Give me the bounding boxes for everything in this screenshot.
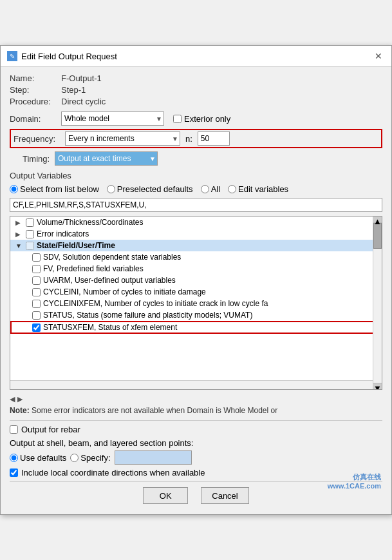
- fv-checkbox[interactable]: [32, 265, 41, 273]
- use-defaults-radio-input[interactable]: [10, 454, 18, 462]
- radio-edit-vars-label: Edit variables: [238, 184, 288, 194]
- radio-select-list[interactable]: Select from list below: [10, 184, 99, 194]
- sdv-checkbox[interactable]: [32, 253, 41, 262]
- domain-select-wrapper: Whole model ▼: [61, 111, 164, 126]
- frequency-select[interactable]: Every n increments Every increment Last …: [65, 131, 180, 146]
- scroll-up-btn[interactable]: ▲: [373, 217, 382, 223]
- domain-row: Domain: Whole model ▼ Exterior only: [10, 111, 382, 126]
- sdv-label: SDV, Solution dependent state variables: [43, 253, 181, 262]
- use-defaults-text: Use defaults: [20, 453, 66, 463]
- use-defaults-radio[interactable]: Use defaults: [10, 453, 66, 463]
- uvarm-checkbox[interactable]: [32, 276, 41, 285]
- domain-select[interactable]: Whole model: [61, 111, 164, 126]
- tree-item-statusxfem[interactable]: STATUSXFEM, Status of xfem element: [10, 321, 382, 334]
- step-label: Step:: [10, 85, 61, 95]
- frequency-label: Frequency:: [14, 134, 65, 144]
- timing-label: Timing:: [23, 154, 55, 164]
- radio-all[interactable]: All: [201, 184, 220, 194]
- n-label: n:: [185, 134, 192, 144]
- step-row: Step: Step-1: [10, 85, 382, 95]
- rebar-row: Output for rebar: [10, 425, 382, 434]
- cycleini-label: CYCLEINI, Number of cycles to initiate d…: [43, 287, 206, 296]
- procedure-value: Direct cyclic: [61, 97, 106, 106]
- exterior-only-text: Exterior only: [184, 114, 230, 124]
- specify-radio-input[interactable]: [70, 454, 79, 462]
- nav-left: ◀: [10, 395, 15, 403]
- statusxfem-checkbox[interactable]: [32, 323, 41, 332]
- dialog: ✎ Edit Field Output Request ✕ Name: F-Ou…: [0, 45, 392, 515]
- state-arrow: ▼: [15, 242, 24, 249]
- fv-label: FV, Predefined field variables: [43, 264, 144, 273]
- separator1: [10, 420, 382, 421]
- tree-item-fv[interactable]: FV, Predefined field variables: [10, 263, 382, 275]
- tree-item-error[interactable]: ▶ Error indicators: [10, 228, 382, 240]
- variables-input[interactable]: [10, 198, 382, 212]
- error-checkbox[interactable]: [26, 230, 34, 238]
- tree-item-sdv[interactable]: SDV, Solution dependent state variables: [10, 251, 382, 263]
- note-section: Note: Some error indicators are not avai…: [10, 406, 382, 415]
- radio-edit-vars[interactable]: Edit variables: [228, 184, 288, 194]
- cycleini-checkbox[interactable]: [32, 288, 41, 296]
- tree-item-cycleini[interactable]: CYCLEINI, Number of cycles to initiate d…: [10, 286, 382, 298]
- name-label: Name:: [10, 73, 61, 83]
- section-points-section: Output at shell, beam, and layered secti…: [10, 438, 382, 465]
- close-button[interactable]: ✕: [372, 50, 385, 63]
- tree-item-volume[interactable]: ▶ Volume/Thickness/Coordinates: [10, 217, 382, 228]
- scrollbar-vertical[interactable]: ▲ ▼: [373, 217, 382, 389]
- rebar-label: Output for rebar: [21, 425, 80, 434]
- timing-select-wrapper: Output at exact times Approximate times …: [55, 151, 158, 166]
- tree-item-status[interactable]: STATUS, Status (some failure and plastic…: [10, 309, 382, 321]
- state-label: State/Field/User/Time: [37, 241, 115, 250]
- volume-label: Volume/Thickness/Coordinates: [37, 218, 143, 227]
- local-coords-checkbox[interactable]: [10, 468, 18, 477]
- bottom-buttons: OK Cancel: [10, 481, 382, 508]
- tree-item-uvarm[interactable]: UVARM, User-defined output variables: [10, 275, 382, 286]
- dialog-icon: ✎: [7, 51, 17, 61]
- specify-input[interactable]: [115, 450, 192, 465]
- procedure-row: Procedure: Direct cyclic: [10, 97, 382, 106]
- status-label: STATUS, Status (some failure and plastic…: [43, 311, 252, 320]
- specify-text: Specify:: [80, 453, 110, 463]
- section-points-row: Use defaults Specify:: [10, 450, 382, 465]
- frequency-select-wrapper: Every n increments Every increment Last …: [65, 131, 180, 146]
- radio-preselected[interactable]: Preselected defaults: [107, 184, 193, 194]
- note-label: Note:: [10, 406, 30, 415]
- nav-right: ▶: [17, 395, 23, 403]
- tree-nav: ◀ ▶: [10, 395, 382, 403]
- cancel-button[interactable]: Cancel: [201, 487, 248, 504]
- procedure-label: Procedure:: [10, 97, 61, 106]
- volume-arrow: ▶: [15, 219, 24, 226]
- error-label: Error indicators: [37, 229, 89, 238]
- exterior-only-checkbox[interactable]: [173, 115, 182, 123]
- scroll-thumb[interactable]: [373, 223, 382, 249]
- specify-radio[interactable]: Specify:: [70, 453, 110, 463]
- volume-checkbox[interactable]: [26, 218, 34, 227]
- radio-select-list-label: Select from list below: [20, 184, 99, 194]
- tree-item-cycleinixfem[interactable]: CYCLEINIXFEM, Number of cycles to initia…: [10, 298, 382, 309]
- ok-button[interactable]: OK: [143, 487, 188, 504]
- statusxfem-label: STATUSXFEM, Status of xfem element: [43, 323, 177, 332]
- timing-select[interactable]: Output at exact times Approximate times: [55, 151, 158, 166]
- domain-label: Domain:: [10, 114, 61, 124]
- radio-all-label: All: [211, 184, 220, 194]
- dialog-content: Name: F-Output-1 Step: Step-1 Procedure:…: [1, 67, 391, 514]
- tree-item-state[interactable]: ▼ State/Field/User/Time: [10, 240, 382, 251]
- status-checkbox[interactable]: [32, 311, 41, 320]
- scroll-down-btn[interactable]: ▼: [373, 383, 382, 389]
- uvarm-label: UVARM, User-defined output variables: [43, 276, 176, 285]
- cycleinixfem-label: CYCLEINIXFEM, Number of cycles to initia…: [43, 299, 268, 308]
- name-value: F-Output-1: [61, 73, 102, 83]
- local-coords-label: Include local coordinate directions when…: [21, 468, 205, 478]
- note-text: Some error indicators are not available …: [32, 406, 277, 415]
- title-bar-left: ✎ Edit Field Output Request: [7, 51, 117, 61]
- name-row: Name: F-Output-1: [10, 73, 382, 83]
- state-checkbox[interactable]: [26, 242, 34, 250]
- tree-container[interactable]: ▶ Volume/Thickness/Coordinates ▶ Error i…: [10, 216, 382, 390]
- scrollbar-horizontal[interactable]: [10, 380, 373, 389]
- cycleinixfem-checkbox[interactable]: [32, 300, 41, 308]
- exterior-only-label[interactable]: Exterior only: [173, 114, 230, 124]
- radio-preselected-label: Preselected defaults: [117, 184, 193, 194]
- rebar-checkbox[interactable]: [10, 425, 18, 434]
- section-points-header: Output at shell, beam, and layered secti…: [10, 438, 382, 448]
- n-input[interactable]: [198, 131, 230, 146]
